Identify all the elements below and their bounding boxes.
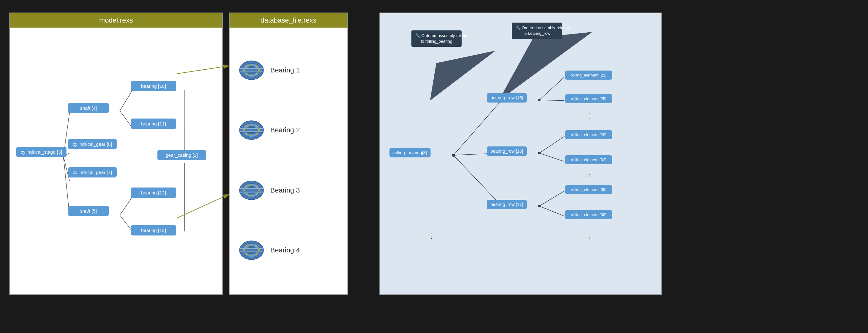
- svg-point-21: [255, 65, 257, 67]
- tree-svg: [10, 28, 222, 293]
- svg-point-32: [243, 129, 245, 131]
- svg-rect-44: [240, 188, 264, 189]
- tooltip-ordered-assembly-1: 🔧 Ordered-assembly-relationto rolling_be…: [411, 30, 462, 47]
- svg-point-60: [243, 249, 245, 251]
- bearing-label-1: Bearing 1: [270, 66, 300, 74]
- detail-panel: ⋮ ⋮ ⋮ ⋮ 🔧 Ordered-assembly-relationto ro…: [379, 12, 662, 295]
- detail-node-rolling-el38[interactable]: rolling_element [38]: [565, 210, 612, 219]
- svg-point-64: [258, 249, 260, 251]
- svg-point-65: [255, 253, 257, 255]
- svg-point-88: [538, 152, 540, 154]
- svg-line-5: [120, 111, 132, 128]
- svg-point-37: [255, 133, 257, 135]
- bearing-label-4: Bearing 4: [270, 246, 300, 254]
- svg-point-87: [538, 99, 540, 101]
- svg-rect-30: [240, 128, 264, 129]
- svg-point-20: [251, 64, 252, 66]
- bearing-icon-1: [239, 59, 264, 81]
- node-cylindrical-stage[interactable]: cylindrical_stage [3]: [16, 147, 66, 157]
- bearing-item-3: Bearing 3: [239, 179, 300, 201]
- svg-point-25: [246, 73, 247, 75]
- bearing-item-4: Bearing 4: [239, 239, 300, 261]
- svg-rect-16: [240, 68, 264, 69]
- svg-point-36: [258, 129, 260, 131]
- detail-node-rolling-el32[interactable]: rolling_element [32]: [565, 155, 612, 164]
- svg-point-46: [243, 189, 245, 191]
- node-shaft4[interactable]: shaft [4]: [68, 103, 109, 113]
- node-bearing11[interactable]: bearing [11]: [131, 119, 176, 129]
- svg-point-49: [255, 185, 257, 187]
- svg-rect-17: [240, 71, 264, 72]
- svg-point-51: [255, 193, 257, 195]
- tooltip-ordered-assembly-2: 🔧 Ordered-assembly-relationto bearing_ro…: [512, 23, 562, 39]
- tree-area: cylindrical_stage [3] shaft [4] cylindri…: [10, 28, 222, 293]
- svg-point-50: [258, 189, 260, 191]
- svg-line-4: [120, 90, 132, 111]
- detail-node-rolling-el25[interactable]: rolling_element [25]: [565, 94, 612, 103]
- svg-rect-58: [240, 248, 264, 249]
- detail-node-bearing-row15[interactable]: bearing_row [15]: [487, 93, 527, 102]
- svg-rect-59: [240, 251, 264, 252]
- detail-node-rolling-el28[interactable]: rolling_element [28]: [565, 130, 612, 139]
- bearing-icon-4: [239, 239, 264, 261]
- svg-point-89: [538, 205, 540, 207]
- panels-wrapper: model.rexs: [9, 12, 361, 295]
- db-content: Bearing 1: [229, 28, 347, 293]
- detail-node-rolling-el21[interactable]: rolling_element [21]: [565, 70, 612, 80]
- detail-node-rolling-bearing8[interactable]: rolling_bearing[8]: [390, 148, 431, 157]
- node-gear-casing[interactable]: gear_casing [2]: [157, 150, 206, 160]
- svg-point-23: [255, 73, 257, 75]
- node-bearing13[interactable]: bearing [13]: [131, 225, 176, 236]
- node-shaft5[interactable]: shaft [5]: [68, 206, 109, 216]
- bearing-icon-3: [239, 179, 264, 201]
- main-container: model.rexs: [9, 12, 859, 321]
- svg-text:⋮: ⋮: [586, 173, 592, 180]
- detail-node-rolling-el35[interactable]: rolling_element [35]: [565, 185, 612, 194]
- bearing-icon-2: [239, 119, 264, 141]
- model-panel: model.rexs: [9, 12, 223, 295]
- svg-point-47: [246, 185, 247, 187]
- bearing-item-2: Bearing 2: [239, 119, 300, 141]
- svg-point-53: [246, 193, 247, 195]
- svg-point-48: [251, 184, 252, 186]
- svg-point-52: [251, 195, 252, 196]
- svg-point-78: [452, 154, 455, 157]
- svg-point-34: [251, 124, 252, 126]
- svg-point-18: [243, 69, 245, 71]
- svg-point-61: [246, 245, 247, 247]
- svg-point-62: [251, 244, 252, 246]
- svg-point-22: [258, 69, 260, 71]
- svg-point-33: [246, 125, 247, 127]
- bearing-label-2: Bearing 2: [270, 126, 300, 134]
- svg-text:⋮: ⋮: [428, 232, 435, 239]
- detail-node-bearing-row17[interactable]: bearing_row [17]: [487, 200, 527, 209]
- db-panel: database_file.rexs: [229, 12, 348, 295]
- node-bearing10[interactable]: bearing [10]: [131, 81, 176, 91]
- node-cyl-gear7[interactable]: cylindrical_gear [7]: [68, 167, 117, 178]
- svg-point-24: [251, 74, 252, 77]
- svg-rect-45: [240, 191, 264, 192]
- bearing-item-1: Bearing 1: [239, 59, 300, 81]
- detail-node-bearing-row16[interactable]: bearing_row [16]: [487, 146, 527, 156]
- svg-point-19: [246, 65, 247, 67]
- wrench-icon-2: 🔧: [516, 25, 521, 30]
- node-bearing12[interactable]: bearing [12]: [131, 187, 176, 198]
- svg-text:⋮: ⋮: [586, 112, 592, 119]
- svg-point-66: [251, 254, 252, 256]
- svg-text:⋮: ⋮: [586, 232, 592, 239]
- svg-point-63: [255, 245, 257, 247]
- svg-point-67: [246, 253, 247, 255]
- svg-rect-31: [240, 131, 264, 132]
- svg-line-6: [120, 197, 132, 215]
- wrench-icon-1: 🔧: [415, 33, 420, 38]
- node-cyl-gear6[interactable]: cylindrical_gear [6]: [68, 139, 117, 149]
- svg-point-39: [246, 133, 247, 135]
- svg-point-38: [251, 134, 252, 137]
- db-panel-header: database_file.rexs: [229, 13, 347, 28]
- model-panel-header: model.rexs: [10, 13, 222, 28]
- svg-point-35: [255, 125, 257, 127]
- bearing-label-3: Bearing 3: [270, 186, 300, 194]
- svg-line-7: [120, 215, 132, 232]
